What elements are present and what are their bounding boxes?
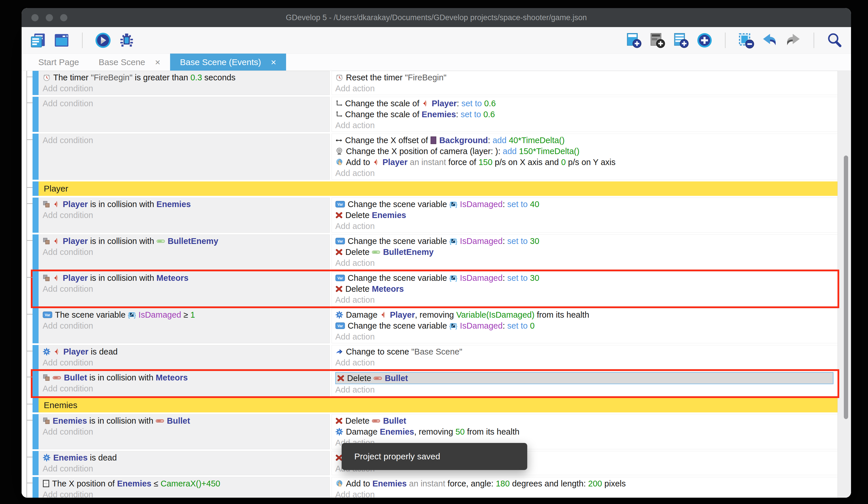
event-row: The X position of Enemies ≤ CameraX()+45…	[32, 477, 837, 498]
var-icon: Var	[43, 311, 52, 318]
event-selection-strip[interactable]	[32, 308, 39, 343]
add-condition-link[interactable]: Add condition	[43, 426, 330, 437]
redo-icon[interactable]	[785, 32, 802, 49]
action-line[interactable]: Add to Enemies an instant force, angle: …	[335, 478, 837, 489]
add-condition-link[interactable]: Add condition	[43, 83, 330, 94]
tab-close-icon[interactable]: ×	[271, 58, 276, 67]
event-selection-strip[interactable]	[32, 234, 39, 270]
toast-notification: Project properly saved	[342, 443, 527, 470]
add-condition-link[interactable]: Add condition	[43, 357, 330, 368]
zoom-window-button[interactable]	[60, 14, 68, 21]
add-event-icon[interactable]	[626, 32, 642, 49]
event-selection-strip[interactable]	[32, 271, 39, 306]
action-line[interactable]: Change the X offset of Background: add 4…	[335, 135, 837, 146]
group-header[interactable]: Enemies	[32, 398, 837, 412]
undo-icon[interactable]	[761, 32, 778, 49]
add-action-link[interactable]: Add action	[335, 221, 837, 232]
add-condition-link[interactable]: Add condition	[43, 320, 330, 331]
add-action-link[interactable]: Add action	[335, 120, 837, 131]
add-action-link[interactable]: Add action	[335, 384, 837, 395]
condition-line[interactable]: The X position of Enemies ≤ CameraX()+45…	[43, 478, 330, 489]
condition-line[interactable]: Enemies is in collision with Bullet	[43, 415, 330, 426]
action-line[interactable]: VarChange the scene variable {}IsDamaged…	[335, 272, 837, 283]
event-selection-strip[interactable]	[32, 398, 39, 412]
add-comment-icon[interactable]	[673, 32, 689, 49]
add-action-link[interactable]: Add action	[335, 83, 837, 94]
action-line[interactable]: Reset the timer "FireBegin"	[335, 72, 837, 83]
add-action-link[interactable]: Add action	[335, 331, 837, 342]
action-line[interactable]: Damage Enemies, removing 50 from its hea…	[335, 426, 837, 437]
action-line[interactable]: Change the scale of Enemies: set to 0.6	[335, 109, 837, 120]
action-line[interactable]: VarChange the scene variable {}IsDamaged…	[335, 320, 837, 331]
condition-line[interactable]: Player is in collision with Enemies	[43, 199, 330, 210]
action-line[interactable]: Add to Player an instant force of 150 p/…	[335, 157, 837, 168]
action-line[interactable]: VarChange the scene variable {}IsDamaged…	[335, 199, 837, 210]
condition-line[interactable]: VarThe scene variable {}IsDamaged ≥ 1	[43, 309, 330, 320]
event-selection-strip[interactable]	[32, 451, 39, 475]
group-header-bar[interactable]: Enemies	[39, 398, 837, 412]
project-manager-icon[interactable]	[30, 32, 46, 49]
action-line[interactable]: Change the scale of Player: set to 0.6	[335, 98, 837, 109]
condition-line[interactable]: Bullet is in collision with Meteors	[43, 372, 330, 383]
text-segment: an instant	[407, 479, 447, 488]
action-line[interactable]: VarChange the scene variable {}IsDamaged…	[335, 235, 837, 246]
tab-base-scene[interactable]: Base Scene×	[89, 53, 170, 71]
event-selection-strip[interactable]	[32, 97, 39, 132]
add-condition-link[interactable]: Add condition	[43, 283, 330, 294]
event-selection-strip[interactable]	[32, 198, 39, 233]
delete-selection-icon[interactable]	[737, 32, 754, 49]
minimize-window-button[interactable]	[46, 14, 53, 21]
group-header-bar[interactable]: Player	[39, 181, 837, 196]
add-condition-link[interactable]: Add condition	[43, 98, 330, 109]
action-line[interactable]: Delete Meteors	[335, 283, 837, 294]
condition-line[interactable]: Player is in collision with Meteors	[43, 272, 330, 283]
condition-line[interactable]: Player is dead	[43, 346, 330, 357]
group-header[interactable]: Player	[32, 181, 837, 196]
debug-icon[interactable]	[118, 32, 135, 49]
action-line[interactable]: Damage Player, removing Variable(IsDamag…	[335, 309, 837, 320]
event-selection-strip[interactable]	[32, 414, 39, 449]
event-selection-strip[interactable]	[32, 345, 39, 369]
text-segment: 200	[588, 479, 602, 488]
search-icon[interactable]	[826, 32, 843, 49]
event-selection-strip[interactable]	[32, 371, 39, 396]
close-window-button[interactable]	[31, 14, 39, 21]
add-action-link[interactable]: Add action	[335, 294, 837, 305]
play-preview-icon[interactable]	[95, 32, 111, 49]
action-line[interactable]: Delete BulletEnemy	[335, 246, 837, 258]
add-action-link[interactable]: Add action	[335, 357, 837, 368]
action-line[interactable]: Delete Bullet	[335, 415, 837, 426]
condition-line[interactable]: Player is in collision with BulletEnemy	[43, 235, 330, 246]
conditions-cell: Add condition	[39, 97, 330, 132]
tab-close-icon[interactable]: ×	[155, 58, 161, 67]
event-selection-strip[interactable]	[32, 181, 39, 196]
event-selection-strip[interactable]	[32, 477, 39, 498]
scene-editor-icon[interactable]	[53, 32, 70, 49]
actions-cell: Delete BulletAdd action	[332, 371, 837, 396]
add-action-link[interactable]: Add action	[335, 489, 837, 498]
add-condition-link[interactable]: Add condition	[43, 135, 330, 146]
timer-icon	[43, 73, 51, 81]
condition-line[interactable]: The timer "FireBegin" is greater than 0.…	[43, 72, 330, 83]
add-condition-link[interactable]: Add condition	[43, 246, 330, 258]
vertical-scrollbar[interactable]	[837, 71, 851, 498]
event-selection-strip[interactable]	[32, 134, 39, 180]
tab-base-scene-events-[interactable]: Base Scene (Events)×	[170, 53, 286, 71]
condition-line[interactable]: Enemies is dead	[43, 452, 330, 463]
add-condition-link[interactable]: Add condition	[43, 463, 330, 474]
add-condition-link[interactable]: Add condition	[43, 210, 330, 221]
add-circle-icon[interactable]	[696, 32, 713, 49]
text-segment: 0	[530, 321, 535, 331]
action-line[interactable]: Delete Bullet	[335, 372, 834, 384]
add-action-link[interactable]: Add action	[335, 258, 837, 269]
add-action-link[interactable]: Add action	[335, 168, 837, 179]
add-condition-link[interactable]: Add condition	[43, 383, 330, 394]
tab-start-page[interactable]: Start Page	[29, 53, 89, 71]
add-subevent-icon[interactable]	[649, 32, 666, 49]
action-line[interactable]: Change to scene "Base Scene"	[335, 346, 837, 357]
add-condition-link[interactable]: Add condition	[43, 489, 330, 498]
event-selection-strip[interactable]	[32, 71, 39, 95]
action-line[interactable]: Delete Enemies	[335, 210, 837, 221]
scrollbar-thumb[interactable]	[844, 155, 848, 419]
action-line[interactable]: Change the X position of camera (layer: …	[335, 146, 837, 157]
